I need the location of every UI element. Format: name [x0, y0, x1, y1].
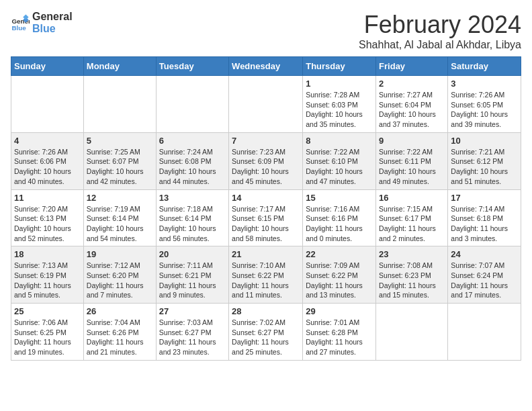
- day-number: 8: [306, 136, 373, 146]
- day-info: Sunrise: 7:22 AM Sunset: 6:10 PM Dayligh…: [306, 147, 373, 187]
- calendar-cell: 3Sunrise: 7:26 AM Sunset: 6:05 PM Daylig…: [448, 76, 521, 133]
- day-number: 9: [379, 136, 445, 146]
- day-info: Sunrise: 7:10 AM Sunset: 6:22 PM Dayligh…: [232, 261, 300, 300]
- day-number: 15: [306, 193, 373, 203]
- header-tuesday: Tuesday: [156, 57, 228, 76]
- calendar-cell: 13Sunrise: 7:18 AM Sunset: 6:14 PM Dayli…: [156, 189, 228, 246]
- calendar-cell: 6Sunrise: 7:24 AM Sunset: 6:08 PM Daylig…: [156, 132, 228, 189]
- svg-text:Blue: Blue: [11, 24, 26, 32]
- day-number: 7: [232, 136, 300, 146]
- week-row-0: 1Sunrise: 7:28 AM Sunset: 6:03 PM Daylig…: [11, 76, 521, 133]
- calendar-cell: 9Sunrise: 7:22 AM Sunset: 6:11 PM Daylig…: [376, 132, 448, 189]
- day-info: Sunrise: 7:09 AM Sunset: 6:22 PM Dayligh…: [306, 261, 373, 300]
- calendar-cell: 21Sunrise: 7:10 AM Sunset: 6:22 PM Dayli…: [229, 246, 303, 304]
- calendar-cell: [156, 76, 228, 133]
- calendar-cell: 27Sunrise: 7:03 AM Sunset: 6:27 PM Dayli…: [156, 304, 228, 361]
- calendar-cell: 8Sunrise: 7:22 AM Sunset: 6:10 PM Daylig…: [303, 132, 376, 189]
- day-number: 29: [306, 306, 373, 316]
- header-saturday: Saturday: [448, 57, 521, 76]
- calendar-table: SundayMondayTuesdayWednesdayThursdayFrid…: [11, 56, 521, 361]
- day-info: Sunrise: 7:08 AM Sunset: 6:23 PM Dayligh…: [379, 261, 445, 300]
- day-number: 24: [451, 249, 518, 259]
- calendar-cell: 22Sunrise: 7:09 AM Sunset: 6:22 PM Dayli…: [303, 246, 376, 304]
- location: Shahhat, Al Jabal al Akhdar, Libya: [359, 39, 521, 51]
- day-info: Sunrise: 7:18 AM Sunset: 6:14 PM Dayligh…: [159, 204, 226, 244]
- day-number: 17: [451, 193, 518, 203]
- day-info: Sunrise: 7:28 AM Sunset: 6:03 PM Dayligh…: [306, 90, 373, 130]
- day-info: Sunrise: 7:24 AM Sunset: 6:08 PM Dayligh…: [159, 147, 226, 187]
- day-number: 18: [14, 249, 81, 259]
- day-info: Sunrise: 7:13 AM Sunset: 6:19 PM Dayligh…: [14, 261, 81, 300]
- header-wednesday: Wednesday: [229, 57, 303, 76]
- day-number: 19: [87, 249, 153, 259]
- day-number: 12: [87, 193, 153, 203]
- day-info: Sunrise: 7:26 AM Sunset: 6:05 PM Dayligh…: [451, 90, 518, 130]
- day-number: 3: [451, 79, 518, 89]
- month-year: February 2024: [359, 11, 521, 39]
- day-info: Sunrise: 7:20 AM Sunset: 6:13 PM Dayligh…: [14, 204, 81, 244]
- day-info: Sunrise: 7:15 AM Sunset: 6:17 PM Dayligh…: [379, 204, 445, 244]
- day-number: 25: [14, 306, 81, 316]
- calendar-cell: 19Sunrise: 7:12 AM Sunset: 6:20 PM Dayli…: [83, 246, 156, 304]
- week-row-3: 18Sunrise: 7:13 AM Sunset: 6:19 PM Dayli…: [11, 246, 521, 304]
- day-number: 11: [14, 193, 81, 203]
- day-number: 1: [306, 79, 373, 89]
- day-number: 28: [232, 306, 300, 316]
- day-number: 13: [159, 193, 226, 203]
- header-row: SundayMondayTuesdayWednesdayThursdayFrid…: [11, 57, 521, 76]
- calendar-cell: 29Sunrise: 7:01 AM Sunset: 6:28 PM Dayli…: [303, 304, 376, 361]
- calendar-cell: 12Sunrise: 7:19 AM Sunset: 6:14 PM Dayli…: [83, 189, 156, 246]
- day-info: Sunrise: 7:04 AM Sunset: 6:26 PM Dayligh…: [87, 318, 153, 357]
- day-number: 23: [379, 249, 445, 259]
- day-number: 16: [379, 193, 445, 203]
- day-info: Sunrise: 7:03 AM Sunset: 6:27 PM Dayligh…: [159, 318, 226, 357]
- day-number: 6: [159, 136, 226, 146]
- day-info: Sunrise: 7:14 AM Sunset: 6:18 PM Dayligh…: [451, 204, 518, 244]
- day-number: 4: [14, 136, 81, 146]
- day-info: Sunrise: 7:02 AM Sunset: 6:27 PM Dayligh…: [232, 318, 300, 357]
- calendar-cell: [376, 304, 448, 361]
- logo-blue: Blue: [32, 23, 56, 34]
- calendar-cell: 16Sunrise: 7:15 AM Sunset: 6:17 PM Dayli…: [376, 189, 448, 246]
- day-info: Sunrise: 7:27 AM Sunset: 6:04 PM Dayligh…: [379, 90, 445, 130]
- calendar-cell: 4Sunrise: 7:26 AM Sunset: 6:06 PM Daylig…: [11, 132, 84, 189]
- calendar-cell: 11Sunrise: 7:20 AM Sunset: 6:13 PM Dayli…: [11, 189, 84, 246]
- day-number: 26: [87, 306, 153, 316]
- calendar-cell: [229, 76, 303, 133]
- calendar-cell: 25Sunrise: 7:06 AM Sunset: 6:25 PM Dayli…: [11, 304, 84, 361]
- calendar-cell: 5Sunrise: 7:25 AM Sunset: 6:07 PM Daylig…: [83, 132, 156, 189]
- calendar-cell: 1Sunrise: 7:28 AM Sunset: 6:03 PM Daylig…: [303, 76, 376, 133]
- day-info: Sunrise: 7:22 AM Sunset: 6:11 PM Dayligh…: [379, 147, 445, 187]
- day-info: Sunrise: 7:11 AM Sunset: 6:21 PM Dayligh…: [159, 261, 226, 300]
- day-info: Sunrise: 7:23 AM Sunset: 6:09 PM Dayligh…: [232, 147, 300, 187]
- week-row-4: 25Sunrise: 7:06 AM Sunset: 6:25 PM Dayli…: [11, 304, 521, 361]
- header-sunday: Sunday: [11, 57, 84, 76]
- calendar-cell: 18Sunrise: 7:13 AM Sunset: 6:19 PM Dayli…: [11, 246, 84, 304]
- header-friday: Friday: [376, 57, 448, 76]
- day-number: 21: [232, 249, 300, 259]
- calendar-cell: 10Sunrise: 7:21 AM Sunset: 6:12 PM Dayli…: [448, 132, 521, 189]
- day-info: Sunrise: 7:12 AM Sunset: 6:20 PM Dayligh…: [87, 261, 153, 300]
- day-number: 5: [87, 136, 153, 146]
- day-info: Sunrise: 7:17 AM Sunset: 6:15 PM Dayligh…: [232, 204, 300, 244]
- day-info: Sunrise: 7:19 AM Sunset: 6:14 PM Dayligh…: [87, 204, 153, 244]
- week-row-2: 11Sunrise: 7:20 AM Sunset: 6:13 PM Dayli…: [11, 189, 521, 246]
- calendar-cell: 2Sunrise: 7:27 AM Sunset: 6:04 PM Daylig…: [376, 76, 448, 133]
- day-info: Sunrise: 7:16 AM Sunset: 6:16 PM Dayligh…: [306, 204, 373, 244]
- day-number: 2: [379, 79, 445, 89]
- day-info: Sunrise: 7:01 AM Sunset: 6:28 PM Dayligh…: [306, 318, 373, 357]
- day-number: 10: [451, 136, 518, 146]
- header-thursday: Thursday: [303, 57, 376, 76]
- calendar-cell: 17Sunrise: 7:14 AM Sunset: 6:18 PM Dayli…: [448, 189, 521, 246]
- day-number: 20: [159, 249, 226, 259]
- header: General Blue General Blue February 2024 …: [11, 11, 521, 51]
- day-info: Sunrise: 7:25 AM Sunset: 6:07 PM Dayligh…: [87, 147, 153, 187]
- calendar-cell: 14Sunrise: 7:17 AM Sunset: 6:15 PM Dayli…: [229, 189, 303, 246]
- calendar-cell: 26Sunrise: 7:04 AM Sunset: 6:26 PM Dayli…: [83, 304, 156, 361]
- day-number: 14: [232, 193, 300, 203]
- week-row-1: 4Sunrise: 7:26 AM Sunset: 6:06 PM Daylig…: [11, 132, 521, 189]
- logo-general: General: [32, 11, 73, 22]
- day-info: Sunrise: 7:26 AM Sunset: 6:06 PM Dayligh…: [14, 147, 81, 187]
- calendar-cell: [11, 76, 84, 133]
- day-number: 22: [306, 249, 373, 259]
